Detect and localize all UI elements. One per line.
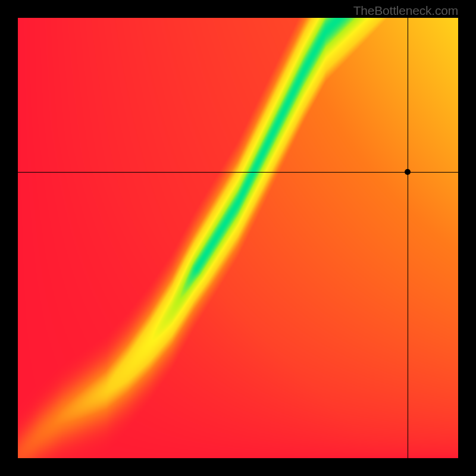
crosshair-horizontal — [18, 172, 458, 173]
heatmap-canvas — [18, 18, 458, 458]
crosshair-vertical — [408, 18, 408, 458]
heatmap-chart — [18, 18, 458, 458]
data-point-marker — [405, 169, 411, 175]
watermark-text: TheBottleneck.com — [353, 4, 458, 18]
